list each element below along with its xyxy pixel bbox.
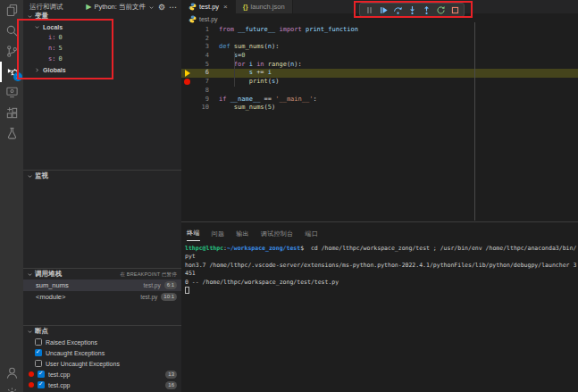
step-into-button[interactable] <box>406 4 418 16</box>
code-area[interactable]: 1from __future__ import print_function23… <box>181 26 578 221</box>
glyph-margin[interactable] <box>181 78 193 87</box>
source-control-icon[interactable] <box>0 41 23 62</box>
glyph-margin[interactable] <box>181 26 193 35</box>
breakpoint-file-label: test.cpp <box>48 382 71 388</box>
glyph-margin[interactable] <box>181 104 193 113</box>
variable-row[interactable]: n:5 <box>23 43 181 54</box>
breakpoints-section-header[interactable]: 断点 <box>23 326 181 337</box>
activity-bar-top: 1 <box>0 0 23 144</box>
search-icon[interactable] <box>0 21 23 41</box>
variable-row[interactable]: i:0 <box>23 32 181 43</box>
step-over-button[interactable] <box>391 4 404 16</box>
code-line[interactable]: 4 s=0 <box>181 52 578 61</box>
code-line[interactable]: 7 print(s) <box>181 78 578 87</box>
call-stack-section-header[interactable]: 调用堆栈 在 BREAKPOINT 已暂停 <box>23 269 181 279</box>
terminal[interactable]: lthpc@lthpc:~/workspace_zong/test$ cd /h… <box>181 241 578 295</box>
exception-option-row[interactable]: Uncaught Exceptions <box>23 347 181 358</box>
close-icon[interactable]: × <box>223 3 228 11</box>
variable-name: s: <box>48 55 55 63</box>
stack-frame-row[interactable]: sum_numstest.py6:1 <box>23 279 181 291</box>
scope-globals[interactable]: Globals <box>23 64 181 75</box>
chevron-expanded-icon <box>27 13 33 20</box>
variable-row[interactable]: s:0 <box>23 54 181 64</box>
call-stack-body: sum_numstest.py6:1<module>test.py10:1 <box>23 279 181 303</box>
code-line[interactable]: 9if __name__ == '__main__': <box>181 96 578 104</box>
code-line[interactable]: 2 <box>181 35 578 44</box>
frame-position-badge: 6:1 <box>164 281 177 289</box>
glyph-margin[interactable] <box>181 96 193 104</box>
continue-button[interactable] <box>377 4 390 16</box>
run-and-debug-icon[interactable]: 1 <box>0 62 23 82</box>
tab-label: test.py <box>199 3 219 11</box>
frame-name: sum_nums <box>36 281 69 289</box>
breakpoint-row[interactable]: test.cpp16 <box>23 379 181 390</box>
editor-ruler <box>474 22 475 221</box>
stop-button[interactable] <box>448 4 461 16</box>
glyph-margin[interactable] <box>181 69 193 78</box>
settings-gear-icon[interactable] <box>0 383 23 392</box>
editor-group: test.py × {} launch.json test.py 1from _… <box>181 0 578 221</box>
tab-output[interactable]: 输出 <box>236 229 249 241</box>
checkbox[interactable] <box>38 381 45 388</box>
variables-body: Localsi:0n:5s:0Globals <box>23 21 181 75</box>
code-text <box>209 35 219 44</box>
line-number: 5 <box>193 61 209 70</box>
glyph-margin[interactable] <box>181 61 193 70</box>
restart-button[interactable] <box>434 4 447 16</box>
line-number: 7 <box>193 78 209 87</box>
extensions-icon[interactable] <box>0 103 23 123</box>
stack-frame-row[interactable]: <module>test.py10:1 <box>23 291 181 303</box>
checkbox[interactable] <box>35 349 42 356</box>
frame-name: <module> <box>36 293 65 301</box>
accounts-icon[interactable] <box>0 363 23 383</box>
checkbox[interactable] <box>35 360 42 367</box>
watch-section: 监视 <box>23 170 181 181</box>
tab-test-py[interactable]: test.py × <box>181 0 236 13</box>
glyph-margin[interactable] <box>181 87 193 96</box>
activity-bar-bottom <box>0 363 23 392</box>
indent-guide <box>234 52 235 87</box>
tab-launch-json[interactable]: {} launch.json <box>236 0 293 13</box>
variables-section-header[interactable]: 变量 <box>23 11 181 21</box>
tab-debug-console[interactable]: 调试控制台 <box>261 229 294 241</box>
code-line[interactable]: 6 s += i <box>181 69 578 78</box>
breakpoint-dot-icon[interactable] <box>184 79 190 85</box>
code-text: s += i <box>209 69 272 78</box>
code-line[interactable]: 1from __future__ import print_function <box>181 26 578 35</box>
variable-value: 0 <box>58 34 62 41</box>
tab-terminal[interactable]: 终端 <box>187 229 200 241</box>
variable-name: n: <box>48 45 55 52</box>
breadcrumb-item[interactable]: test.py <box>199 16 218 22</box>
glyph-margin[interactable] <box>181 52 193 61</box>
scope-locals[interactable]: Locals <box>23 21 181 32</box>
code-line[interactable]: 5 for i in range(n): <box>181 61 578 70</box>
testing-icon[interactable] <box>0 123 23 144</box>
explorer-icon[interactable] <box>0 0 23 21</box>
exception-option-label: Uncaught Exceptions <box>46 350 105 356</box>
debug-session-badge: 1 <box>13 72 22 81</box>
tab-problems[interactable]: 问题 <box>212 229 225 241</box>
tab-ports[interactable]: 端口 <box>305 229 318 241</box>
remote-explorer-icon[interactable] <box>0 82 23 103</box>
exception-option-row[interactable]: User Uncaught Exceptions <box>23 358 181 369</box>
line-number: 1 <box>193 26 209 35</box>
breakpoint-row[interactable]: test.cpp13 <box>23 369 181 379</box>
variables-section: 变量 Localsi:0n:5s:0Globals <box>23 11 181 75</box>
exception-option-label: Raised Exceptions <box>46 339 97 346</box>
glyph-margin[interactable] <box>181 35 193 44</box>
watch-section-header[interactable]: 监视 <box>23 171 181 181</box>
code-line[interactable]: 10 sum_nums(5) <box>181 104 578 113</box>
checkbox[interactable] <box>38 371 45 378</box>
line-number: 8 <box>193 87 209 96</box>
start-debug-icon[interactable]: ▶ <box>86 4 91 11</box>
step-out-button[interactable] <box>420 4 432 16</box>
scope-label: Globals <box>43 67 66 73</box>
checkbox[interactable] <box>35 338 42 346</box>
exception-option-row[interactable]: Raised Exceptions <box>23 337 181 347</box>
python-file-icon <box>188 15 197 23</box>
code-line[interactable]: 3def sum_nums(n): <box>181 43 578 52</box>
code-line[interactable]: 8 <box>181 87 578 96</box>
code-text: if __name__ == '__main__': <box>209 96 317 104</box>
glyph-margin[interactable] <box>181 43 193 52</box>
terminal-line: lthpc@lthpc:~/workspace_zong/test$ cd /h… <box>185 245 578 262</box>
